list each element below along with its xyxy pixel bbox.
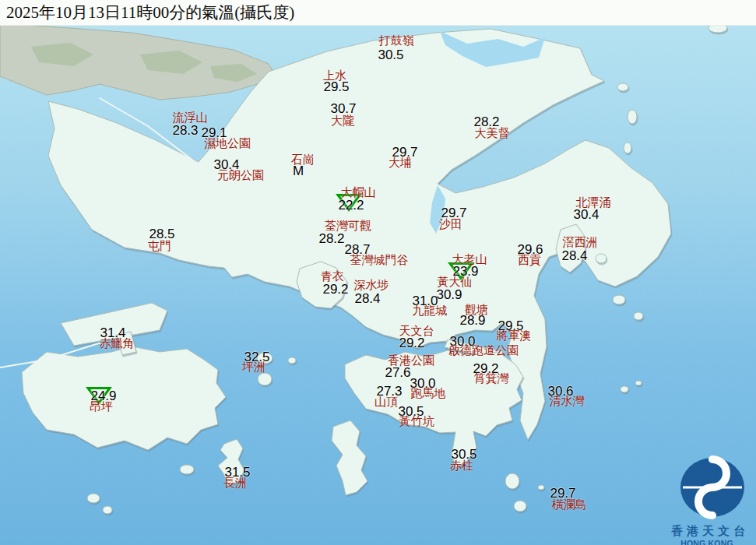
triangle-marker bbox=[86, 386, 112, 409]
island-waglan bbox=[538, 485, 544, 490]
island-ninepin bbox=[621, 386, 628, 392]
island-sharp bbox=[596, 254, 607, 263]
island-hei-ling-chau bbox=[258, 373, 272, 385]
island-soko bbox=[103, 506, 112, 514]
island-basalt bbox=[634, 312, 643, 320]
triangle-marker bbox=[448, 262, 474, 284]
island-kau-yi-chau bbox=[288, 357, 296, 364]
island-soko bbox=[87, 494, 100, 503]
island-mirs-bay bbox=[617, 83, 628, 91]
hong-kong-basemap bbox=[0, 0, 756, 545]
temperature-map: 2025年10月13日11時00分的氣溫(攝氏度) 30.5打鼓嶺29.5上水3… bbox=[0, 0, 756, 545]
island-bluff bbox=[613, 295, 625, 304]
island-ninepin bbox=[635, 381, 642, 385]
island-shek-kwu-chau bbox=[180, 465, 194, 474]
hko-logo-english: HONG KONG OBSERVATORY bbox=[658, 539, 756, 545]
island-mirs-bay bbox=[628, 110, 637, 124]
triangle-marker bbox=[336, 193, 362, 216]
island-po-toi bbox=[505, 473, 519, 489]
map-title: 2025年10月13日11時00分的氣溫(攝氏度) bbox=[0, 0, 756, 26]
island-po-toi bbox=[514, 501, 526, 512]
hko-logo-icon bbox=[658, 455, 756, 519]
hko-logo: 香港天文台 HONG KONG OBSERVATORY bbox=[658, 455, 756, 545]
hko-logo-chinese: 香港天文台 bbox=[664, 524, 756, 539]
island-mirs-bay bbox=[624, 142, 631, 153]
island-peng-chau bbox=[257, 353, 273, 364]
